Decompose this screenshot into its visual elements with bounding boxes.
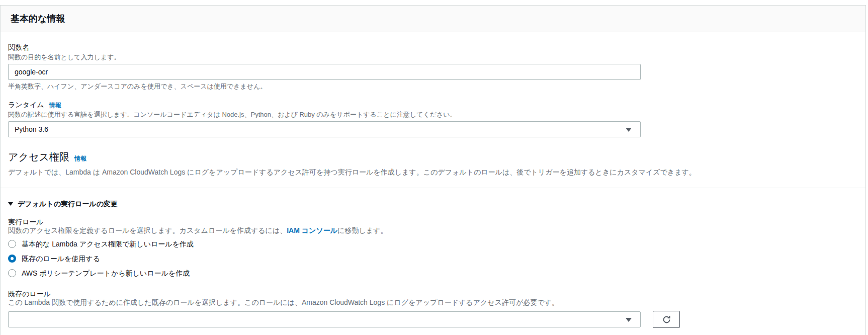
radio-button[interactable] (8, 240, 16, 248)
permissions-heading: アクセス権限 (8, 150, 69, 163)
runtime-group: ランタイム 情報 関数の記述に使用する言語を選択します。コンソールコードエディタ… (8, 100, 858, 137)
existing-role-select[interactable] (8, 311, 641, 327)
panel-body: 関数名 関数の目的を名前として入力します。 半角英数字、ハイフン、アンダースコア… (1, 32, 865, 328)
radio-option-policy-template-role[interactable]: AWS ポリシーテンプレートから新しいロールを作成 (8, 268, 858, 278)
function-name-description: 関数の目的を名前として入力します。 (8, 53, 858, 61)
caret-down-icon (626, 128, 632, 132)
radio-button[interactable] (8, 255, 16, 263)
section-divider (1, 188, 865, 188)
caret-down-icon (8, 202, 13, 206)
iam-console-link[interactable]: IAM コンソール (287, 226, 337, 234)
runtime-info-link[interactable]: 情報 (49, 101, 61, 110)
basic-information-panel: 基本的な情報 関数名 関数の目的を名前として入力します。 半角英数字、ハイフン、… (0, 5, 866, 335)
runtime-description: 関数の記述に使用する言語を選択します。コンソールコードエディタは Node.js… (8, 111, 858, 119)
caret-down-icon (626, 318, 632, 322)
radio-option-use-existing-role[interactable]: 既存のロールを使用する (8, 254, 858, 264)
permissions-description: デフォルトでは、Lambda は Amazon CloudWatch Logs … (8, 168, 858, 177)
permissions-section: アクセス権限 情報 デフォルトでは、Lambda は Amazon CloudW… (8, 150, 858, 177)
execution-role-description: 関数のアクセス権限を定義するロールを選択します。カスタムロールを作成するには、I… (8, 226, 858, 235)
existing-role-row (8, 311, 858, 328)
radio-option-new-basic-role[interactable]: 基本的な Lambda アクセス権限で新しいロールを作成 (8, 239, 858, 249)
execution-role-options: 基本的な Lambda アクセス権限で新しいロールを作成 既存のロールを使用する… (8, 239, 858, 278)
function-name-constraint: 半角英数字、ハイフン、アンダースコアのみを使用でき、スペースは使用できません。 (8, 82, 858, 91)
change-default-role-expander[interactable]: デフォルトの実行ロールの変更 (8, 199, 858, 208)
runtime-select[interactable]: Python 3.6 (8, 121, 641, 137)
panel-title: 基本的な情報 (11, 13, 855, 24)
function-name-input[interactable] (8, 64, 641, 80)
permissions-info-link[interactable]: 情報 (74, 154, 86, 163)
radio-button[interactable] (8, 269, 16, 277)
execution-role-label: 実行ロール (8, 217, 858, 226)
expander-label: デフォルトの実行ロールの変更 (18, 199, 118, 208)
runtime-label: ランタイム (8, 100, 44, 110)
refresh-icon (662, 315, 671, 324)
existing-role-label: 既存のロール (8, 289, 858, 298)
panel-header: 基本的な情報 (1, 6, 865, 32)
runtime-selected-value: Python 3.6 (15, 125, 48, 133)
function-name-label: 関数名 (8, 42, 858, 52)
function-name-group: 関数名 関数の目的を名前として入力します。 半角英数字、ハイフン、アンダースコア… (8, 42, 858, 91)
refresh-button[interactable] (653, 311, 680, 328)
existing-role-description: この Lambda 関数で使用するために作成した既存のロールを選択します。このロ… (8, 298, 858, 307)
